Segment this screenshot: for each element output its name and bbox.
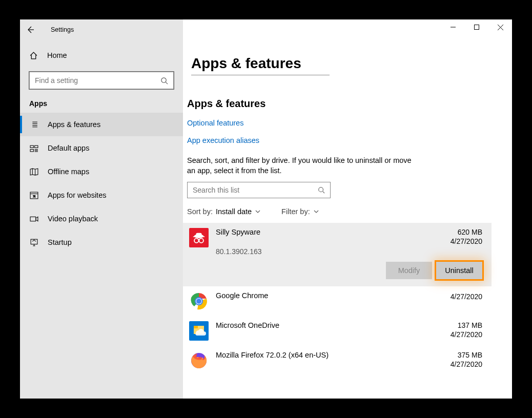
- svg-line-5: [166, 82, 168, 84]
- startup-icon: [29, 238, 38, 247]
- svg-rect-14: [30, 145, 33, 148]
- sort-label: Sort by:: [187, 207, 213, 216]
- app-row[interactable]: Google Chrome 4/27/2020: [183, 286, 492, 316]
- close-button[interactable]: [488, 19, 512, 35]
- svg-point-30: [319, 187, 323, 192]
- filter-label: Filter by:: [281, 207, 310, 216]
- sort-by-dropdown[interactable]: Sort by: Install date: [187, 207, 261, 216]
- app-size: 137 MB: [451, 321, 482, 329]
- search-icon: [160, 77, 168, 85]
- svg-rect-1: [475, 25, 479, 30]
- app-size: 375 MB: [451, 351, 482, 359]
- search-icon: [318, 186, 325, 194]
- titlebar: Settings: [20, 19, 512, 40]
- app-version: 80.1.3902.163: [216, 247, 443, 256]
- sidebar-item-default-apps[interactable]: Default apps: [20, 136, 183, 160]
- default-icon: [29, 144, 38, 153]
- app-row[interactable]: Microsoft OneDrive 137 MB 4/27/2020: [183, 316, 492, 346]
- app-date: 4/27/2020: [451, 237, 482, 245]
- sidebar-item-video-playback[interactable]: Video playback: [20, 207, 183, 231]
- app-date: 4/27/2020: [451, 292, 482, 301]
- app-row[interactable]: Silly Spyware 80.1.3902.163 620 MB 4/27/…: [183, 223, 492, 286]
- home-icon: [29, 51, 38, 60]
- app-name: Silly Spyware: [216, 228, 443, 236]
- app-name: Microsoft OneDrive: [216, 321, 443, 329]
- app-icon: [189, 228, 209, 247]
- svg-rect-44: [194, 326, 198, 328]
- svg-rect-15: [34, 145, 37, 148]
- app-size: 620 MB: [451, 228, 482, 236]
- sort-value: Install date: [216, 207, 252, 216]
- app-date: 4/27/2020: [451, 330, 482, 339]
- sidebar-item-label: Apps & features: [48, 120, 100, 129]
- app-icon: [189, 351, 209, 370]
- sidebar-item-startup[interactable]: Startup: [20, 231, 183, 254]
- home-label: Home: [47, 51, 67, 59]
- svg-rect-26: [30, 217, 36, 221]
- sidebar-item-label: Apps for websites: [48, 191, 106, 199]
- home-nav[interactable]: Home: [20, 45, 183, 66]
- sidebar-item-offline-maps[interactable]: Offline maps: [20, 160, 183, 183]
- minimize-button[interactable]: [441, 19, 465, 35]
- app-name: Mozilla Firefox 72.0.2 (x64 en-US): [216, 351, 443, 359]
- filter-by-dropdown[interactable]: Filter by:: [281, 207, 319, 216]
- page-title: Apps & features: [191, 55, 330, 75]
- svg-rect-34: [196, 233, 201, 236]
- modify-button: Modify: [386, 262, 432, 279]
- filter-row: Sort by: Install date Filter by:: [187, 207, 492, 216]
- svg-rect-16: [30, 149, 33, 151]
- maximize-button[interactable]: [465, 19, 488, 35]
- video-icon: [29, 215, 38, 223]
- svg-line-31: [323, 192, 325, 194]
- app-search-input[interactable]: [193, 186, 318, 194]
- sidebar-section: Apps: [20, 89, 183, 113]
- app-icon: [189, 291, 209, 311]
- uninstall-button[interactable]: Uninstall: [436, 262, 482, 279]
- window-title: Settings: [40, 26, 74, 33]
- sidebar-item-apps-websites[interactable]: Apps for websites: [20, 183, 183, 207]
- svg-point-4: [161, 77, 166, 82]
- optional-features-link[interactable]: Optional features: [187, 119, 492, 127]
- chevron-down-icon: [255, 208, 261, 215]
- map-icon: [29, 168, 38, 176]
- sidebar-item-label: Video playback: [48, 215, 98, 223]
- section-heading: Apps & features: [187, 98, 492, 110]
- app-aliases-link[interactable]: App execution aliases: [187, 136, 492, 144]
- list-icon: [29, 120, 38, 129]
- app-search[interactable]: [187, 182, 331, 198]
- app-icon: [189, 321, 209, 341]
- svg-point-41: [196, 299, 201, 304]
- back-button[interactable]: [20, 19, 40, 40]
- description: Search, sort, and filter by drive. If yo…: [187, 156, 418, 176]
- browser-icon: [29, 191, 38, 200]
- chevron-down-icon: [313, 208, 319, 215]
- main-panel: Apps & features Apps & features Optional…: [183, 40, 512, 399]
- apps-list: Silly Spyware 80.1.3902.163 620 MB 4/27/…: [183, 223, 512, 375]
- app-date: 4/27/2020: [451, 360, 482, 368]
- sidebar-search-input[interactable]: [35, 76, 160, 85]
- settings-window: Settings Home: [20, 19, 512, 399]
- sidebar-item-label: Offline maps: [48, 168, 89, 176]
- sidebar-item-label: Default apps: [48, 144, 89, 152]
- sidebar-item-label: Startup: [48, 238, 72, 246]
- sidebar-search[interactable]: [29, 72, 174, 89]
- app-name: Google Chrome: [216, 291, 443, 300]
- sidebar: Home Apps Apps & features Default app: [20, 40, 183, 399]
- sidebar-item-apps-features[interactable]: Apps & features: [20, 113, 183, 136]
- app-row[interactable]: Mozilla Firefox 72.0.2 (x64 en-US) 375 M…: [183, 346, 492, 375]
